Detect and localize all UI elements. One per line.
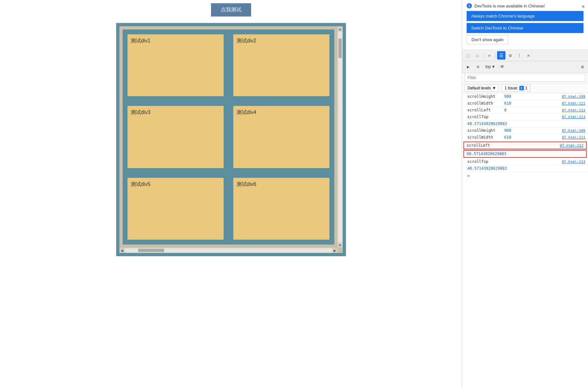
grid-cell-1: 测试div1 <box>123 29 228 101</box>
log-link-highlighted[interactable]: 07.html:112 <box>560 143 583 148</box>
issue-label: 1 Issue: <box>505 86 518 90</box>
play-icon[interactable]: ▶ <box>464 63 472 71</box>
console-log-area[interactable]: scrollHeight 900 07.html:109 scrollWidth… <box>462 93 588 388</box>
log-link-3[interactable]: 07.html:112 <box>562 108 585 112</box>
scroll-v-track[interactable] <box>338 32 342 242</box>
div3-box: 测试div3 <box>128 106 224 168</box>
log-value-2: 610 <box>504 101 511 106</box>
toolbar-divider-1 <box>483 52 483 59</box>
devtools-toolbar-1: ⬚ ☐ » ☰ ⚙ ⋮ ✕ <box>462 50 588 61</box>
notif-text: DevTools is now available in Chinese! <box>474 4 545 8</box>
issue-count: 1 <box>525 86 527 90</box>
close-icon[interactable]: ✕ <box>582 3 585 9</box>
div1-box: 测试div1 <box>128 34 224 96</box>
scroll-right-arrow[interactable]: ▶ <box>332 248 338 253</box>
cursor-icon[interactable]: ⬚ <box>464 51 472 60</box>
log-key-6: scrollWidth <box>467 135 503 140</box>
scroll-h-track[interactable] <box>125 249 332 252</box>
dont-show-button[interactable]: Don't show again <box>467 35 508 44</box>
settings-icon[interactable]: ⚙ <box>506 51 515 60</box>
log-link-6[interactable]: 07.html:111 <box>562 135 585 140</box>
console-settings-icon[interactable]: ⚙ <box>579 63 586 70</box>
scroll-h-thumb[interactable] <box>138 249 164 252</box>
more-options-icon[interactable]: ⋮ <box>515 51 524 60</box>
div5-box: 测试div5 <box>128 178 224 240</box>
scroll-container-inner[interactable]: 测试div1 测试div2 测试div3 测试div4 <box>119 26 343 253</box>
log-link-4[interactable]: 07.html:113 <box>562 115 585 119</box>
log-key-4: scrollTop <box>467 115 503 119</box>
log-key-5: scrollHeight <box>467 128 503 133</box>
switch-devtools-button[interactable]: Switch DevTools to Chinese <box>467 23 583 33</box>
issue-icon: ☰ <box>519 86 524 90</box>
div6-box: 测试div6 <box>233 178 329 240</box>
log-row-7: scrollTop 07.html:113 <box>462 158 588 165</box>
div2-box: 测试div2 <box>233 34 329 96</box>
devtools-panel: i DevTools is now available in Chinese! … <box>462 0 588 388</box>
grid-cell-3: 测试div3 <box>123 101 228 173</box>
more-tabs-icon[interactable]: » <box>485 51 494 60</box>
log-link-1[interactable]: 07.html:109 <box>562 95 585 99</box>
log-value-4: 40.57143020629883 <box>467 121 507 126</box>
log-key-7: scrollTop <box>467 159 503 164</box>
levels-dropdown-icon: ▼ <box>492 86 496 90</box>
vertical-scrollbar[interactable]: ▲ ▼ <box>338 26 343 248</box>
div2-label: 测试div2 <box>237 38 256 43</box>
div4-label: 测试div4 <box>237 109 256 115</box>
log-row-2: scrollWidth 610 07.html:111 <box>462 100 588 107</box>
grid-cell-5: 测试div5 <box>123 173 228 245</box>
log-row-highlighted: scrollLeft 07.html:112 <box>463 142 587 149</box>
log-link-5[interactable]: 07.html:109 <box>562 129 585 133</box>
devtools-toolbar-2: ▶ ⊘ top ▼ 👁 ⚙ <box>462 61 588 73</box>
log-value-1: 900 <box>504 94 511 99</box>
toolbar-divider-2 <box>495 52 495 59</box>
scroll-down-arrow[interactable]: ▼ <box>338 243 343 248</box>
log-key-1: scrollHeight <box>467 94 503 99</box>
log-key-2: scrollWidth <box>467 101 503 106</box>
log-link-2[interactable]: 07.html:111 <box>562 101 585 106</box>
default-levels-button[interactable]: Default levels ▼ <box>465 85 499 92</box>
log-value-3: 0 <box>504 108 506 112</box>
log-link-7[interactable]: 07.html:113 <box>562 160 585 164</box>
scroll-v-thumb[interactable] <box>338 39 342 58</box>
log-row-3: scrollLeft 0 07.html:112 <box>462 107 588 114</box>
div1-label: 测试div1 <box>131 38 150 43</box>
log-row-7b: 40.57143020629883 <box>462 165 588 172</box>
log-key-highlighted: scrollLeft <box>467 143 502 148</box>
horizontal-scrollbar[interactable]: ◀ ▶ <box>119 248 338 253</box>
close-devtools-icon[interactable]: ✕ <box>524 51 533 60</box>
default-levels-label: Default levels <box>468 86 491 90</box>
log-row-4: scrollTop 07.html:113 <box>462 114 588 120</box>
div5-label: 测试div5 <box>131 181 150 187</box>
grid-cell-2: 测试div2 <box>228 29 334 101</box>
notif-info-row: i DevTools is now available in Chinese! <box>467 3 583 8</box>
log-row-5: scrollHeight 900 07.html:109 <box>462 127 588 134</box>
log-value-6: 610 <box>504 135 511 140</box>
device-icon[interactable]: ☐ <box>473 51 482 60</box>
log-row-6: scrollWidth 610 07.html:111 <box>462 134 588 141</box>
log-key-3: scrollLeft <box>467 108 503 112</box>
div4-box: 测试div4 <box>233 106 329 168</box>
context-label: top <box>485 64 491 69</box>
levels-row: Default levels ▼ 1 Issue: ☰ 1 <box>462 83 588 93</box>
context-dropdown[interactable]: top ▼ <box>483 63 497 70</box>
grid-cell-4: 测试div4 <box>228 101 334 173</box>
scroll-up-arrow[interactable]: ▲ <box>338 26 343 31</box>
issue-badge[interactable]: 1 Issue: ☰ 1 <box>502 85 530 92</box>
match-language-button[interactable]: Always match Chrome's language <box>467 11 583 21</box>
console-caret[interactable]: > <box>462 172 588 179</box>
scroll-left-arrow[interactable]: ◀ <box>119 248 125 253</box>
div6-label: 测试div6 <box>237 181 256 187</box>
console-icon[interactable]: ☰ <box>497 51 505 60</box>
filter-input[interactable] <box>465 74 585 82</box>
log-value-5: 900 <box>504 128 511 133</box>
eye-icon[interactable]: 👁 <box>499 63 506 70</box>
stop-icon[interactable]: ⊘ <box>474 63 482 71</box>
log-row-highlighted-value: 60.57143020629883 <box>463 150 587 158</box>
log-value-highlighted: 60.57143020629883 <box>467 152 506 156</box>
filter-row <box>462 73 588 83</box>
log-row-1: scrollHeight 900 07.html:109 <box>462 93 588 100</box>
grid-cell-6: 测试div6 <box>228 173 334 245</box>
test-button[interactable]: 点我测试 <box>211 3 251 17</box>
dropdown-arrow-icon: ▼ <box>492 64 495 69</box>
div3-label: 测试div3 <box>131 109 150 115</box>
